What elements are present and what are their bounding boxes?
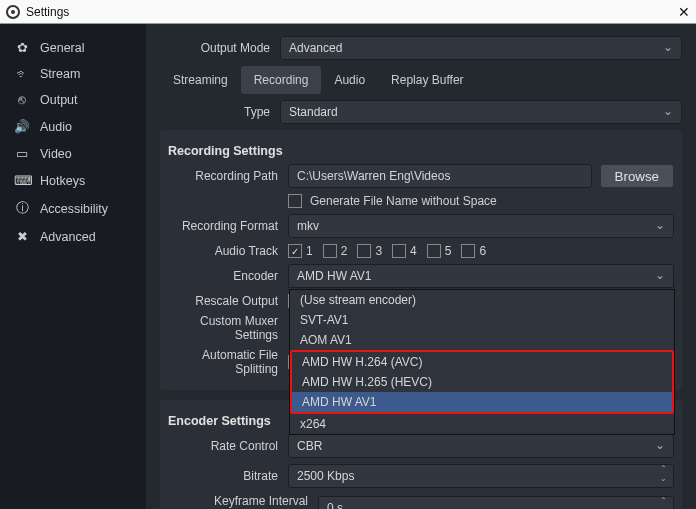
recording-format-label: Recording Format	[168, 219, 288, 233]
gear-icon: ✿	[14, 40, 30, 55]
tab-recording[interactable]: Recording	[241, 66, 322, 94]
speaker-icon: 🔊	[14, 119, 30, 134]
keyframe-interval-label: Keyframe Interval (0=auto)	[168, 494, 318, 509]
encoder-option[interactable]: SVT-AV1	[290, 310, 674, 330]
sidebar-item-label: Advanced	[40, 230, 96, 244]
sidebar-item-advanced[interactable]: ✖ Advanced	[0, 223, 146, 250]
sidebar-item-stream[interactable]: ᯤ Stream	[0, 61, 146, 87]
sidebar-item-general[interactable]: ✿ General	[0, 34, 146, 61]
tab-streaming[interactable]: Streaming	[160, 66, 241, 94]
encoder-option[interactable]: AMD HW AV1	[292, 392, 672, 412]
audio-track-3-checkbox[interactable]	[357, 244, 371, 258]
custom-muxer-label: Custom Muxer Settings	[168, 314, 288, 342]
sidebar-item-label: Audio	[40, 120, 72, 134]
sidebar-item-label: Output	[40, 93, 78, 107]
window-close-button[interactable]: ✕	[678, 4, 690, 20]
encoder-amd-highlight: AMD HW H.264 (AVC) AMD HW H.265 (HEVC) A…	[290, 350, 674, 414]
browse-button[interactable]: Browse	[600, 164, 674, 188]
rescale-output-label: Rescale Output	[168, 294, 288, 308]
app-logo-icon	[6, 5, 20, 19]
sidebar-item-audio[interactable]: 🔊 Audio	[0, 113, 146, 140]
encoder-option[interactable]: x264	[290, 414, 674, 434]
encoder-select[interactable]: AMD HW AV1 (Use stream encoder) SVT-AV1 …	[288, 264, 674, 288]
sidebar-item-hotkeys[interactable]: ⌨ Hotkeys	[0, 167, 146, 194]
type-label: Type	[160, 105, 280, 119]
sidebar-item-label: Stream	[40, 67, 80, 81]
sidebar-item-accessibility[interactable]: ⓘ Accessibility	[0, 194, 146, 223]
monitor-icon: ▭	[14, 146, 30, 161]
encoder-option[interactable]: (Use stream encoder)	[290, 290, 674, 310]
sidebar-item-video[interactable]: ▭ Video	[0, 140, 146, 167]
sidebar-item-label: Video	[40, 147, 72, 161]
audio-track-5-checkbox[interactable]	[427, 244, 441, 258]
generate-filename-no-space-label: Generate File Name without Space	[310, 194, 497, 208]
title-bar: Settings ✕	[0, 0, 696, 24]
encoder-option[interactable]: AMD HW H.264 (AVC)	[292, 352, 672, 372]
encoder-dropdown: (Use stream encoder) SVT-AV1 AOM AV1 AMD…	[289, 289, 675, 435]
output-mode-label: Output Mode	[160, 41, 280, 55]
sidebar-item-label: General	[40, 41, 84, 55]
output-icon: ⎋	[14, 93, 30, 107]
bitrate-input[interactable]: 2500 Kbps	[288, 464, 674, 488]
generate-filename-no-space-checkbox[interactable]	[288, 194, 302, 208]
window-title: Settings	[26, 5, 69, 19]
encoder-option[interactable]: AMD HW H.265 (HEVC)	[292, 372, 672, 392]
sidebar-item-label: Accessibility	[40, 202, 108, 216]
recording-format-select[interactable]: mkv	[288, 214, 674, 238]
recording-settings-section: Recording Settings Recording Path C:\Use…	[160, 130, 682, 390]
recording-path-input[interactable]: C:\Users\Warren Eng\Videos	[288, 164, 592, 188]
keyboard-icon: ⌨	[14, 173, 30, 188]
audio-track-label: Audio Track	[168, 244, 288, 258]
settings-sidebar: ✿ General ᯤ Stream ⎋ Output 🔊 Audio ▭ Vi…	[0, 24, 146, 509]
tab-audio[interactable]: Audio	[321, 66, 378, 94]
auto-file-splitting-label: Automatic File Splitting	[168, 348, 288, 376]
antenna-icon: ᯤ	[14, 67, 30, 81]
bitrate-label: Bitrate	[168, 469, 288, 483]
accessibility-icon: ⓘ	[14, 200, 30, 217]
output-tabs: Streaming Recording Audio Replay Buffer	[160, 66, 682, 94]
tools-icon: ✖	[14, 229, 30, 244]
encoder-label: Encoder	[168, 269, 288, 283]
keyframe-interval-input[interactable]: 0 s	[318, 496, 674, 509]
tab-replay-buffer[interactable]: Replay Buffer	[378, 66, 477, 94]
audio-track-1-checkbox[interactable]	[288, 244, 302, 258]
type-select[interactable]: Standard	[280, 100, 682, 124]
rate-control-select[interactable]: CBR	[288, 434, 674, 458]
rate-control-label: Rate Control	[168, 439, 288, 453]
sidebar-item-label: Hotkeys	[40, 174, 85, 188]
settings-content: Output Mode Advanced Streaming Recording…	[146, 24, 696, 509]
recording-path-label: Recording Path	[168, 169, 288, 183]
output-mode-select[interactable]: Advanced	[280, 36, 682, 60]
encoder-option[interactable]: AOM AV1	[290, 330, 674, 350]
audio-track-6-checkbox[interactable]	[461, 244, 475, 258]
audio-track-4-checkbox[interactable]	[392, 244, 406, 258]
audio-track-2-checkbox[interactable]	[323, 244, 337, 258]
sidebar-item-output[interactable]: ⎋ Output	[0, 87, 146, 113]
recording-settings-title: Recording Settings	[168, 144, 674, 158]
